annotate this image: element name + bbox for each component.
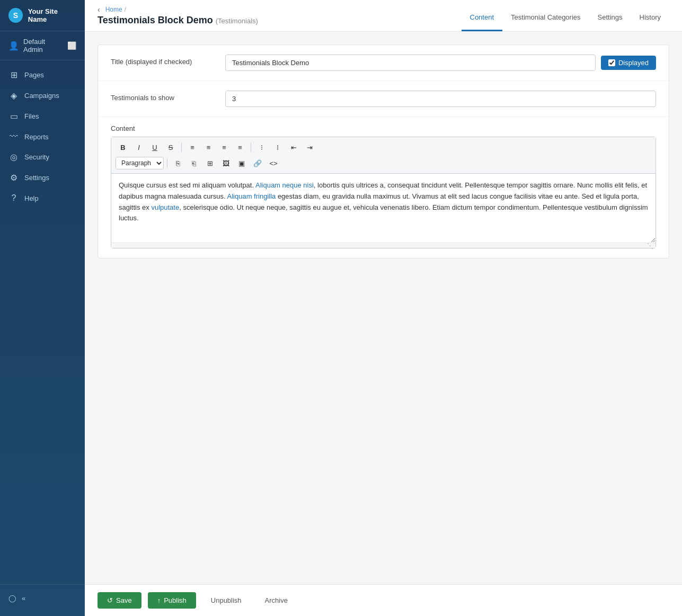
- breadcrumb-home[interactable]: Home: [105, 6, 122, 13]
- toolbar-separator-1: [181, 142, 182, 152]
- tab-testimonial-categories[interactable]: Testimonial Categories: [502, 3, 589, 31]
- testimonials-field: [225, 91, 656, 107]
- testimonials-label: Testimonials to show: [111, 91, 217, 102]
- archive-button[interactable]: Archive: [256, 592, 296, 609]
- publish-label: Publish: [164, 596, 187, 604]
- sidebar-item-files[interactable]: ▭ Files: [0, 106, 85, 127]
- title-row: Title (displayed if checked) Displayed: [98, 45, 669, 81]
- underline-button[interactable]: U: [147, 140, 162, 154]
- justify-button[interactable]: ≡: [233, 140, 247, 154]
- italic-button[interactable]: I: [131, 140, 146, 154]
- publish-button[interactable]: ↑ Publish: [148, 592, 196, 609]
- editor-resize-handle[interactable]: ⋱: [111, 243, 656, 248]
- reports-icon: 〰: [8, 132, 19, 141]
- displayed-label: Displayed: [618, 59, 649, 67]
- sidebar-item-pages[interactable]: ⊞ Pages: [0, 65, 85, 85]
- unpublish-label: Unpublish: [211, 596, 242, 604]
- sidebar-bottom: ◯ «: [0, 584, 85, 616]
- align-right-button[interactable]: ≡: [217, 140, 232, 154]
- site-name: Your Site Name: [28, 7, 76, 23]
- publish-icon: ↑: [157, 596, 161, 604]
- align-center-button[interactable]: ≡: [201, 140, 216, 154]
- indent-more-button[interactable]: ⇥: [302, 140, 317, 154]
- unpublish-button[interactable]: Unpublish: [202, 592, 250, 609]
- user-menu[interactable]: 👤 Default Admin ⬜: [0, 31, 85, 60]
- image-button[interactable]: 🖼: [218, 156, 233, 170]
- sidebar-item-security[interactable]: ◎ Security: [0, 147, 85, 167]
- save-button[interactable]: ↺ Save: [98, 592, 141, 609]
- form-card: Title (displayed if checked) Displayed T…: [98, 44, 669, 258]
- sidebar-item-help[interactable]: ? Help: [0, 188, 85, 208]
- pages-icon: ⊞: [8, 70, 19, 80]
- sidebar-item-label: Campaigns: [24, 92, 59, 100]
- content-area: Title (displayed if checked) Displayed T…: [85, 32, 682, 616]
- page-title: Testimonials Block Demo (Testimonials): [98, 15, 462, 26]
- paragraph-select[interactable]: Paragraph Heading 1 Heading 2 Heading 3: [116, 157, 164, 169]
- toolbar-separator-2: [251, 142, 251, 152]
- page-title-text: Testimonials Block Demo: [98, 15, 213, 25]
- rich-text-editor: B I U S ≡ ≡ ≡ ≡ ⁝ ⁞ ⇤ ⇥: [111, 137, 656, 248]
- ordered-list-button[interactable]: ⁞: [270, 140, 285, 154]
- link-button[interactable]: 🔗: [250, 156, 265, 170]
- save-icon: ↺: [107, 596, 113, 604]
- sidebar-item-campaigns[interactable]: ◈ Campaigns: [0, 85, 85, 106]
- toolbar-separator-3: [167, 158, 167, 168]
- title-label: Title (displayed if checked): [111, 55, 217, 66]
- table-button[interactable]: ⊞: [202, 156, 217, 170]
- sidebar: S Your Site Name 👤 Default Admin ⬜ ⊞ Pag…: [0, 0, 85, 616]
- source-button[interactable]: <>: [266, 156, 281, 170]
- align-left-button[interactable]: ≡: [185, 140, 200, 154]
- media-button[interactable]: ▣: [234, 156, 249, 170]
- help-icon: ?: [8, 193, 19, 203]
- editor-toolbar: B I U S ≡ ≡ ≡ ≡ ⁝ ⁞ ⇤ ⇥: [111, 137, 656, 174]
- campaigns-icon: ◈: [8, 91, 19, 101]
- tab-settings[interactable]: Settings: [589, 3, 631, 31]
- copy-button[interactable]: ⎘: [171, 156, 185, 170]
- testimonials-input[interactable]: [225, 91, 656, 107]
- sidebar-item-label: Reports: [24, 133, 49, 141]
- sidebar-item-reports[interactable]: 〰 Reports: [0, 127, 85, 147]
- tab-content[interactable]: Content: [462, 3, 503, 31]
- displayed-checkbox[interactable]: [608, 59, 615, 66]
- indent-less-button[interactable]: ⇤: [286, 140, 301, 154]
- sidebar-collapse-button[interactable]: ◯ «: [0, 589, 85, 608]
- testimonials-row: Testimonials to show: [98, 81, 669, 117]
- sidebar-item-label: Security: [24, 153, 49, 161]
- displayed-badge: Displayed: [601, 56, 656, 70]
- settings-icon: ⚙: [8, 173, 19, 183]
- page-header: ‹ Home / Testimonials Block Demo (Testim…: [85, 0, 682, 32]
- security-icon: ◎: [8, 152, 19, 162]
- header-left: ‹ Home / Testimonials Block Demo (Testim…: [98, 0, 462, 31]
- collapse-icon: ◯: [8, 594, 16, 602]
- tab-history[interactable]: History: [631, 3, 669, 31]
- sidebar-item-label: Settings: [24, 174, 49, 182]
- save-label: Save: [116, 596, 132, 604]
- back-button[interactable]: ‹: [98, 5, 100, 14]
- user-icon: 👤: [8, 41, 19, 51]
- breadcrumb-separator: /: [125, 6, 126, 13]
- sidebar-item-settings[interactable]: ⚙ Settings: [0, 167, 85, 188]
- toolbar-row-1: B I U S ≡ ≡ ≡ ≡ ⁝ ⁞ ⇤ ⇥: [116, 140, 651, 154]
- editor-body[interactable]: Quisque cursus est sed mi aliquam volutp…: [111, 174, 656, 243]
- bullet-list-button[interactable]: ⁝: [254, 140, 269, 154]
- breadcrumb: ‹ Home /: [98, 5, 462, 14]
- strikethrough-button[interactable]: S: [163, 140, 178, 154]
- bold-button[interactable]: B: [116, 140, 130, 154]
- user-name: Default Admin: [23, 38, 63, 53]
- title-field: Displayed: [225, 55, 656, 71]
- content-label: Content: [98, 117, 669, 137]
- sidebar-nav: ⊞ Pages ◈ Campaigns ▭ Files 〰 Reports ◎ …: [0, 60, 85, 584]
- user-menu-icon: ⬜: [67, 41, 76, 50]
- toolbar-row-2: Paragraph Heading 1 Heading 2 Heading 3 …: [116, 156, 651, 170]
- header-tabs: Content Testimonial Categories Settings …: [462, 0, 670, 31]
- page-title-subtitle: (Testimonials): [216, 17, 258, 25]
- collapse-label: «: [22, 594, 25, 602]
- sidebar-logo[interactable]: S Your Site Name: [0, 0, 85, 31]
- paste-button[interactable]: ⎗: [187, 156, 201, 170]
- title-input[interactable]: [225, 55, 596, 71]
- archive-label: Archive: [265, 596, 288, 604]
- page-footer: ↺ Save ↑ Publish Unpublish Archive: [85, 584, 682, 616]
- main-content: ‹ Home / Testimonials Block Demo (Testim…: [85, 0, 682, 616]
- sidebar-item-label: Help: [24, 194, 39, 202]
- title-input-row: Displayed: [225, 55, 656, 71]
